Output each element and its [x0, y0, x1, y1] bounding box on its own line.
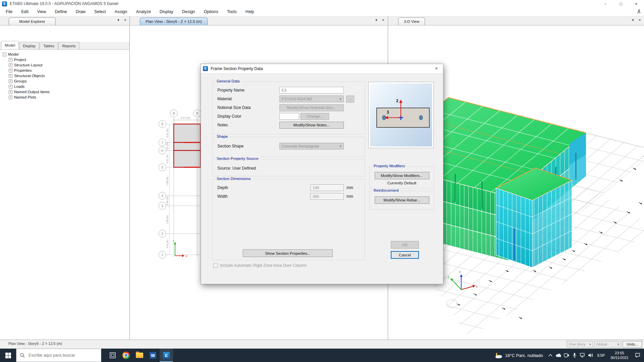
- panel-divider[interactable]: [129, 16, 130, 340]
- menu-tools[interactable]: Tools: [223, 9, 241, 14]
- expand-icon[interactable]: +: [9, 90, 12, 94]
- section-preview: 2 3: [368, 82, 434, 148]
- svg-text:4: 4: [161, 194, 163, 198]
- modify-modifiers-button[interactable]: Modify/Show Modifiers...: [375, 172, 429, 179]
- plan-close-icon[interactable]: ✕: [382, 19, 384, 22]
- expand-icon[interactable]: +: [9, 85, 12, 88]
- ok-button[interactable]: OK: [391, 241, 419, 249]
- section-shape-dropdown[interactable]: Concrete Rectangular ▾: [279, 143, 344, 149]
- onedrive-button[interactable]: [554, 349, 562, 362]
- story-selector[interactable]: One Story ▾: [567, 341, 593, 348]
- dialog-close-icon[interactable]: ✕: [430, 64, 443, 73]
- expand-icon[interactable]: +: [9, 74, 12, 78]
- svg-text:B: B: [196, 112, 199, 115]
- tree-node-project[interactable]: + Project: [9, 57, 129, 62]
- explorer-subtabs: Model Display Tables Reports: [0, 42, 129, 50]
- language-indicator[interactable]: ESP: [595, 353, 608, 357]
- status-view-label: Plan View - Story5 - Z = 12.5 (m): [8, 342, 62, 346]
- tab-model[interactable]: Model: [1, 41, 19, 49]
- etabs-taskbar-button[interactable]: E: [160, 349, 173, 362]
- view3d-tab[interactable]: 3-D View: [398, 17, 425, 25]
- weather-desc: Parc. nublado: [516, 353, 543, 358]
- tree-node-loads[interactable]: + Loads: [9, 84, 129, 89]
- network-button[interactable]: [579, 349, 587, 362]
- modify-rebar-button[interactable]: Modify/Show Rebar...: [375, 196, 429, 204]
- menu-view[interactable]: View: [33, 9, 51, 14]
- expand-icon[interactable]: +: [9, 96, 12, 99]
- tree-node-groups[interactable]: + Groups: [9, 78, 129, 84]
- material-browse-button[interactable]: ...: [346, 96, 354, 103]
- width-field[interactable]: 350: [310, 193, 344, 200]
- tree-node-structure-layout[interactable]: + Structure Layout: [9, 62, 129, 68]
- file-explorer-button[interactable]: [133, 349, 146, 362]
- menu-define[interactable]: Define: [51, 9, 71, 14]
- view3d-dropdown-icon[interactable]: ▼: [632, 19, 635, 22]
- menu-file[interactable]: File: [1, 9, 17, 14]
- menu-help[interactable]: Help: [241, 9, 259, 14]
- tree-node-structural-objects[interactable]: + Structural Objects: [9, 73, 129, 78]
- coord-system-selector[interactable]: Global ▾: [594, 341, 621, 348]
- depth-field[interactable]: 130: [310, 184, 344, 191]
- view3d-close-icon[interactable]: ✕: [638, 19, 641, 22]
- expand-icon[interactable]: +: [9, 58, 12, 62]
- explorer-close-icon[interactable]: ✕: [124, 19, 126, 22]
- tab-tables[interactable]: Tables: [40, 42, 58, 49]
- menu-assign[interactable]: Assign: [110, 9, 132, 14]
- windows-logo-icon: [5, 353, 11, 358]
- change-color-button[interactable]: Change...: [301, 113, 329, 120]
- tree-node-properties[interactable]: + Properties: [9, 68, 129, 73]
- notes-button[interactable]: Modify/Show Notes...: [279, 122, 344, 129]
- minimize-button[interactable]: ─: [598, 0, 613, 7]
- checkbox-icon[interactable]: [213, 263, 218, 268]
- maximize-button[interactable]: ▢: [613, 0, 629, 7]
- tree-node-model[interactable]: − Model: [3, 52, 129, 57]
- expand-icon[interactable]: +: [9, 69, 12, 72]
- taskbar-search[interactable]: [16, 349, 101, 362]
- display-color-label: Display Color: [217, 114, 279, 119]
- weather-widget[interactable]: 18°C Parc. nublado: [494, 352, 543, 359]
- expand-icon[interactable]: +: [9, 63, 12, 67]
- show-section-properties-button[interactable]: Show Section Properties...: [243, 249, 333, 257]
- download-arrow-icon[interactable]: [637, 9, 641, 13]
- rigid-zone-checkbox-row[interactable]: Include Automatic Rigid Zone Area Over C…: [213, 263, 307, 268]
- action-center-button[interactable]: [631, 349, 644, 362]
- notional-size-button[interactable]: Modify/Show Notional Size...: [279, 104, 344, 111]
- task-view-button[interactable]: [106, 349, 119, 362]
- meet-now-button[interactable]: [562, 349, 571, 362]
- units-button[interactable]: Units...: [623, 341, 642, 348]
- cancel-button[interactable]: Cancel: [391, 251, 419, 259]
- tree-node-named-output-items[interactable]: + Named Output Items: [9, 89, 129, 95]
- tab-reports[interactable]: Reports: [58, 42, 79, 49]
- close-button[interactable]: ✕: [629, 0, 644, 7]
- explorer-dropdown-icon[interactable]: ▼: [117, 19, 120, 22]
- expand-icon[interactable]: +: [9, 79, 12, 83]
- tree-node-named-plots[interactable]: + Named Plots: [9, 95, 129, 100]
- clock[interactable]: 23:55 30/11/2021: [608, 351, 631, 360]
- svg-text:y: y: [173, 239, 174, 242]
- material-dropdown[interactable]: F'C=210 KG/CM2 ▾: [279, 96, 344, 102]
- word-button[interactable]: W: [146, 349, 160, 362]
- model-explorer-tab[interactable]: Model Explorer: [9, 17, 56, 25]
- tab-display[interactable]: Display: [19, 42, 39, 49]
- cloud-icon: [555, 353, 561, 357]
- plan-dropdown-icon[interactable]: ▼: [375, 19, 378, 22]
- property-name-field[interactable]: C1: [279, 87, 344, 94]
- dialog-titlebar[interactable]: E Frame Section Property Data ✕: [201, 64, 443, 73]
- menu-select[interactable]: Select: [90, 9, 110, 14]
- weather-icon: [494, 352, 503, 359]
- menu-design[interactable]: Design: [178, 9, 200, 14]
- start-button[interactable]: [0, 349, 16, 362]
- display-color-swatch[interactable]: [279, 113, 299, 120]
- collapse-icon[interactable]: −: [3, 53, 6, 56]
- menu-display[interactable]: Display: [155, 9, 178, 14]
- tray-chevron-button[interactable]: [546, 349, 554, 362]
- microphone-button[interactable]: [571, 349, 579, 362]
- search-input[interactable]: [28, 353, 96, 358]
- menu-edit[interactable]: Edit: [17, 9, 33, 14]
- chrome-button[interactable]: [119, 349, 133, 362]
- volume-button[interactable]: [587, 349, 595, 362]
- menu-options[interactable]: Options: [200, 9, 223, 14]
- menu-draw[interactable]: Draw: [71, 9, 90, 14]
- menu-analyze[interactable]: Analyze: [131, 9, 155, 14]
- plan-view-tab[interactable]: Plan View - Story5 - Z = 12.5 (m): [140, 17, 208, 25]
